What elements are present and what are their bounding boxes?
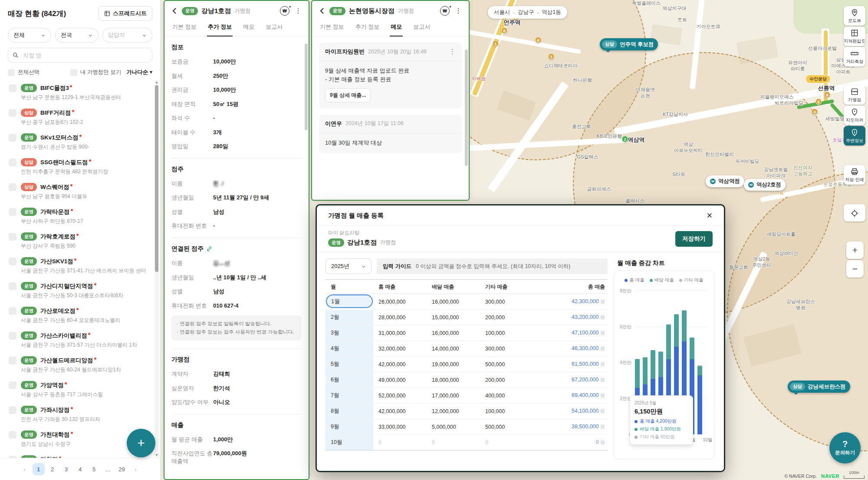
filter-region-dropdown[interactable]: 전국 [55, 28, 99, 43]
delivery-sales-cell[interactable]: 16,000,000 [427, 294, 480, 310]
etc-sales-cell[interactable]: 500,000 [480, 419, 533, 435]
delivery-sales-cell[interactable]: 16,000,000 [427, 325, 480, 341]
delivery-sales-cell[interactable]: 17,000,000 [427, 388, 480, 404]
tab-basic-info[interactable]: 기본 정보 [319, 19, 345, 36]
page-2[interactable]: 2 [46, 463, 59, 475]
store-list-item[interactable]: 운영 가산SKV1점 서울 금천구 가산동 371-41 가산 에스케이 브이원… [0, 254, 160, 278]
page-29[interactable]: 29 [116, 463, 128, 475]
store-checkbox[interactable] [9, 258, 16, 265]
spreadsheet-button[interactable]: 스프레드시트 [99, 6, 152, 21]
home-sales-cell[interactable]: 0 [373, 435, 427, 450]
store-checkbox[interactable] [9, 183, 16, 191]
month-cell[interactable]: 1월 [326, 294, 373, 308]
map-control-cadastral[interactable]: 지적편집도 [844, 26, 865, 46]
tab-extra-info[interactable]: 추가 정보 [355, 19, 381, 36]
etc-sales-cell[interactable]: 200,000 [480, 310, 533, 325]
delivery-sales-cell[interactable]: 14,000,000 [427, 341, 480, 357]
store-list-item[interactable]: 운영 가락호계로점 부산 강서구 죽림동 590 [0, 229, 160, 254]
home-sales-cell[interactable]: 26,000,000 [373, 294, 427, 310]
memo-menu-icon[interactable]: ⋮ [449, 48, 456, 55]
store-list-item[interactable]: 운영 가산월드메르디앙점 서울 금천구 가산동 60-24 월드메르디앙1차 [0, 353, 160, 377]
tab-report[interactable]: 보고서 [265, 19, 283, 36]
tab-memo[interactable]: 메모 [390, 19, 403, 36]
home-sales-cell[interactable]: 42,000,000 [373, 404, 427, 419]
page-1[interactable]: 1 [33, 463, 45, 475]
chart-bar-9월[interactable] [697, 365, 702, 434]
map-control-stores[interactable]: 가맹점 [844, 85, 865, 105]
month-cell[interactable]: 7월 [326, 388, 373, 404]
breadcrumb-city[interactable]: 서울시 [494, 9, 510, 16]
store-list-item[interactable]: 상담 SSG랜더스필드점 인천 미추홀구 문학동 482 문학경기장 [0, 155, 160, 179]
month-cell[interactable]: 3월 [326, 325, 373, 341]
delivery-sales-cell[interactable]: 18,000,000 [427, 372, 480, 388]
store-list-item[interactable]: 상담 W스퀘어점 부산 남구 용호동 954 더블유 [0, 179, 160, 204]
home-sales-cell[interactable]: 32,000,000 [373, 341, 427, 357]
home-sales-cell[interactable]: 28,000,000 [373, 310, 427, 325]
home-sales-cell[interactable]: 49,000,000 [373, 372, 427, 388]
month-cell[interactable]: 8월 [326, 404, 373, 419]
back-icon[interactable] [319, 7, 326, 14]
map-control-save-print[interactable]: 저장·인쇄 [844, 165, 865, 185]
store-checkbox[interactable] [9, 431, 16, 439]
delivery-sales-cell[interactable]: 19,000,000 [427, 357, 480, 372]
etc-sales-cell[interactable]: 300,000 [480, 341, 533, 357]
etc-sales-cell[interactable]: 300,000 [480, 294, 533, 310]
store-list-item[interactable]: 운영 가산스카이밸리점 서울 금천구 가산동 371-57 가산 더스카이밸리 … [0, 328, 160, 353]
sort-dropdown[interactable]: 가나다순 ▾ [126, 69, 152, 76]
home-sales-cell[interactable]: 33,000,000 [373, 419, 427, 435]
month-cell[interactable]: 2월 [326, 310, 373, 325]
etc-sales-cell[interactable]: 100,000 [480, 325, 533, 341]
my-stores-checkbox[interactable] [70, 69, 77, 76]
tab-memo[interactable]: 메모 [242, 19, 255, 36]
etc-sales-cell[interactable]: 200,000 [480, 372, 533, 388]
page-…[interactable]: … [102, 463, 114, 475]
etc-sales-cell[interactable]: 400,000 [480, 388, 533, 404]
map-store-pill[interactable]: W역삼역점 [706, 175, 744, 187]
memo-attachment-chip[interactable]: 9월 상세 매출... [325, 88, 371, 103]
add-store-button[interactable]: + [127, 429, 155, 457]
close-icon[interactable]: ✕ [707, 211, 713, 220]
scrollbar-thumb[interactable] [155, 85, 158, 272]
page-next[interactable]: › [130, 463, 142, 475]
store-checkbox[interactable] [9, 357, 16, 364]
delivery-sales-cell[interactable]: 12,000,000 [427, 404, 480, 419]
store-checkbox[interactable] [9, 233, 16, 241]
etc-sales-cell[interactable]: 500,000 [480, 357, 533, 372]
delivery-sales-cell[interactable]: 15,000,000 [427, 310, 480, 325]
month-cell[interactable]: 5월 [326, 357, 373, 372]
home-sales-cell[interactable]: 52,000,000 [373, 388, 427, 404]
sidebar-scrollbar[interactable]: ▲ ▼ [155, 80, 159, 457]
tab-extra-info[interactable]: 추가 정보 [207, 19, 233, 36]
map-control-roadview[interactable]: 로드뷰 [844, 6, 865, 26]
store-list-item[interactable]: 상담 BIFF거리점 부산 중구 남포동6가 102-2 [0, 105, 160, 130]
map-store-pill[interactable]: 상담강남세브란스점 [788, 381, 850, 393]
store-checkbox[interactable] [9, 282, 16, 290]
store-list-item[interactable]: 운영 가락타운점 부산 사하구 하단동 870-17 [0, 204, 160, 229]
map-zoom-in-button[interactable]: + [846, 242, 864, 259]
sales-register-icon[interactable]: ₩+ [280, 6, 289, 16]
store-search-box[interactable] [8, 48, 152, 63]
kebab-menu-icon[interactable]: ⋮ [295, 7, 302, 14]
home-sales-cell[interactable]: 31,000,000 [373, 325, 427, 341]
breadcrumb-district[interactable]: 강남구 [518, 9, 534, 16]
etc-sales-cell[interactable]: 0 [480, 435, 533, 450]
panel-scrollbar[interactable] [305, 43, 308, 130]
month-cell[interactable]: 10월 [326, 435, 373, 450]
page-prev[interactable]: ‹ [19, 463, 31, 475]
store-checkbox[interactable] [9, 109, 16, 117]
tab-basic-info[interactable]: 기본 정보 [171, 19, 197, 36]
breadcrumb[interactable]: 서울시 › 강남구 › 역삼1동 [488, 6, 567, 19]
select-all-checkbox[interactable] [8, 69, 15, 76]
store-checkbox[interactable] [9, 406, 16, 414]
tab-report[interactable]: 보고서 [412, 19, 431, 36]
page-3[interactable]: 3 [60, 463, 72, 475]
page-4[interactable]: 4 [74, 463, 86, 475]
map-zoom-out-button[interactable]: − [846, 260, 864, 278]
etc-sales-cell[interactable]: 100,000 [480, 404, 533, 419]
store-checkbox[interactable] [9, 84, 16, 92]
store-checkbox[interactable] [9, 208, 16, 216]
filter-status-dropdown[interactable]: 전체 [8, 28, 51, 43]
map-control-distance[interactable]: 거리측정 [844, 47, 865, 66]
store-list-item[interactable]: 운영 가양역점 서울 강서구 등촌동 717 그레이스힐 [0, 377, 160, 402]
store-list-item[interactable]: 운영 가산디지털단지역점 서울 금천구 가산동 50-3 대륭포스트타워6차 [0, 278, 160, 303]
